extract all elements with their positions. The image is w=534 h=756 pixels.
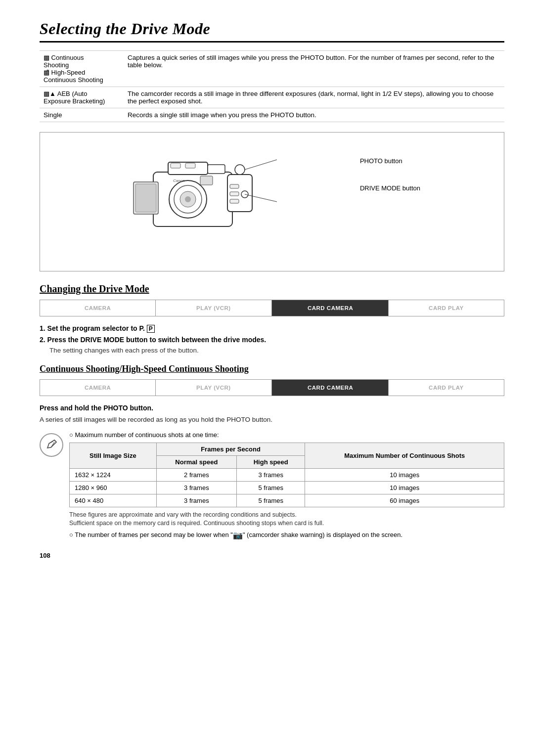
footnote-2: Sufficient space on the memory card is r… [69, 520, 504, 527]
steps-section1: 1. Set the program selector to P. P 2. P… [40, 324, 504, 354]
tab-card-camera-2[interactable]: CARD CAMERA [272, 380, 389, 396]
cell-size: 1280 × 960 [70, 482, 157, 494]
col-still-image-size: Still Image Size [70, 443, 157, 469]
table-row: 1280 × 960 3 frames 5 frames 10 images [70, 482, 504, 494]
col-high-speed: High speed [237, 456, 305, 469]
cell-description: Captures a quick series of still images … [124, 51, 504, 87]
table-row: 640 × 480 3 frames 5 frames 60 images [70, 494, 504, 507]
shake-icon: 📷 [233, 531, 243, 540]
svg-point-4 [185, 196, 191, 202]
cell-max: 10 images [305, 482, 504, 494]
svg-rect-17 [185, 163, 195, 168]
page-number: 108 [40, 552, 504, 559]
camera-labels: PHOTO button DRIVE MODE button [360, 157, 420, 192]
cell-normal: 3 frames [156, 482, 236, 494]
cell-high: 3 frames [237, 469, 305, 482]
cell-high: 5 frames [237, 494, 305, 507]
continuous-icon: ▩ ContinuousShooting▩̃ High-SpeedContinu… [44, 54, 103, 84]
mode-tabs-1: CAMERA PLAY (VCR) CARD CAMERA CARD PLAY [40, 300, 504, 316]
table-row: ▩ ContinuousShooting▩̃ High-SpeedContinu… [40, 51, 504, 87]
mode-tabs-2: CAMERA PLAY (VCR) CARD CAMERA CARD PLAY [40, 379, 504, 396]
cell-size: 640 × 480 [70, 494, 157, 507]
svg-rect-10 [230, 192, 239, 196]
table-row: 1632 × 1224 2 frames 3 frames 10 images [70, 469, 504, 482]
tab-play-vcr-2[interactable]: PLAY (VCR) [156, 380, 271, 396]
svg-rect-6 [208, 165, 225, 174]
press-hold-instruction: Press and hold the PHOTO button. [40, 404, 504, 412]
shake-warning-note: The number of frames per second may be l… [69, 531, 504, 540]
col-max-number: Maximum Number of Continuous Shots [305, 443, 504, 469]
svg-point-8 [235, 165, 245, 175]
svg-rect-13 [135, 184, 156, 212]
note-box: Maximum number of continuous shots at on… [40, 431, 504, 540]
camera-illustration: Canon [124, 142, 282, 251]
tab-card-camera-1[interactable]: CARD CAMERA [272, 300, 389, 316]
section1-title: Changing the Drive Mode [40, 283, 504, 295]
footnotes: These figures are approximate and vary w… [69, 511, 504, 527]
tab-camera-1[interactable]: CAMERA [40, 300, 156, 316]
page-title: Selecting the Drive Mode [40, 20, 504, 38]
title-divider [40, 41, 504, 43]
continuous-shots-table: Still Image Size Frames per Second Maxim… [69, 443, 504, 507]
cell-description: The camcorder records a still image in t… [124, 87, 504, 108]
note-content: Maximum number of continuous shots at on… [69, 431, 504, 540]
single-label: Single [44, 111, 62, 119]
col-normal-speed: Normal speed [156, 456, 236, 469]
step2-sub: The setting changes with each press of t… [49, 347, 504, 354]
tab-camera-2[interactable]: CAMERA [40, 380, 156, 396]
footnote-1: These figures are approximate and vary w… [69, 511, 504, 518]
svg-rect-11 [230, 199, 239, 203]
aeb-icon: ▩▲ AEB (AutoExposure Bracketing) [44, 90, 105, 105]
svg-rect-9 [230, 184, 239, 188]
pencil-icon [44, 438, 58, 452]
svg-rect-16 [171, 163, 180, 168]
table-row: ▩▲ AEB (AutoExposure Bracketing) The cam… [40, 87, 504, 108]
cell-normal: 2 frames [156, 469, 236, 482]
camera-diagram: Canon PHOTO button DRIVE MODE button [124, 142, 420, 261]
cell-description: Records a single still image when you pr… [124, 108, 504, 122]
note-icon [40, 433, 63, 457]
cell-size: 1632 × 1224 [70, 469, 157, 482]
cell-normal: 3 frames [156, 494, 236, 507]
step1: 1. Set the program selector to P. P [40, 324, 504, 333]
cell-icon-label: ▩ ContinuousShooting▩̃ High-SpeedContinu… [40, 51, 124, 87]
cell-high: 5 frames [237, 482, 305, 494]
section2-description: A series of still images will be recorde… [40, 416, 504, 423]
tab-play-vcr-1[interactable]: PLAY (VCR) [156, 300, 271, 316]
svg-rect-14 [200, 176, 213, 185]
cell-icon-label: ▩▲ AEB (AutoExposure Bracketing) [40, 87, 124, 108]
camera-diagram-box: Canon PHOTO button DRIVE MODE button [40, 132, 504, 271]
tab-card-play-1[interactable]: CARD PLAY [389, 300, 504, 316]
photo-button-label: PHOTO button [360, 157, 420, 165]
program-p-icon: P [147, 325, 155, 333]
table-header-row: Still Image Size Frames per Second Maxim… [70, 443, 504, 456]
note-max-continuous: Maximum number of continuous shots at on… [69, 431, 504, 439]
section2-title: Continuous Shooting/High-Speed Continuou… [40, 364, 504, 374]
cell-icon-label: Single [40, 108, 124, 122]
tab-card-play-2[interactable]: CARD PLAY [389, 380, 504, 396]
step2: 2. Press the DRIVE MODE button to switch… [40, 336, 504, 344]
svg-text:Canon: Canon [173, 178, 185, 183]
drive-mode-label: DRIVE MODE button [360, 184, 420, 192]
cell-max: 60 images [305, 494, 504, 507]
table-row: Single Records a single still image when… [40, 108, 504, 122]
cell-max: 10 images [305, 469, 504, 482]
intro-table: ▩ ContinuousShooting▩̃ High-SpeedContinu… [40, 50, 504, 122]
svg-line-19 [245, 160, 277, 170]
col-frames-per-second: Frames per Second [156, 443, 305, 456]
